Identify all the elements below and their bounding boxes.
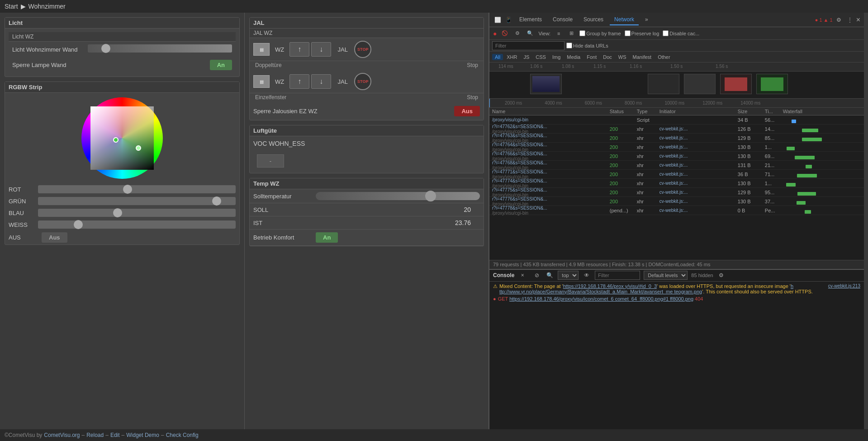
record-btn[interactable]: ●: [493, 30, 497, 37]
dt-row-0[interactable]: /proxy/visu/cgi-bin Script 34 B 56...: [489, 115, 864, 125]
hide-data-urls-checkbox[interactable]: [566, 43, 572, 48]
type-manifest[interactable]: Manifest: [630, 54, 655, 60]
col-time[interactable]: Ti...: [765, 109, 783, 114]
group-by-frame-label[interactable]: Group by frame: [579, 30, 621, 36]
col-initiator[interactable]: Initiator: [659, 109, 738, 114]
dt-row-1[interactable]: r?i=47762&s=SESSION&... /proxy/visu/cgi-…: [489, 125, 864, 134]
type-doc[interactable]: Doc: [600, 54, 615, 60]
inspect-icon[interactable]: ⬜: [493, 15, 502, 24]
dt-row-6[interactable]: r?i=47771&s=SESSION&... /proxy/visu/cgi-…: [489, 170, 864, 179]
console-settings-icon[interactable]: ⚙: [717, 271, 726, 280]
row-size-5: 131 B: [738, 163, 765, 168]
dt-row-9[interactable]: r?i=47776&s=SESSION&... /proxy/visu/cgi-…: [489, 197, 864, 206]
dt-row-5[interactable]: r?i=47768&s=SESSION&... /proxy/visu/cgi-…: [489, 161, 864, 170]
type-css[interactable]: CSS: [533, 54, 549, 60]
console-eye-icon[interactable]: 👁: [582, 271, 591, 280]
filter-icon-btn[interactable]: ⚙: [513, 29, 522, 38]
row-size-3: 130 B: [738, 144, 765, 150]
console-context-select[interactable]: top: [558, 271, 579, 280]
sperre-lampe-row: Sperre Lampe Wand An: [9, 57, 236, 73]
type-ws[interactable]: WS: [616, 54, 629, 60]
type-img[interactable]: Img: [550, 54, 563, 60]
rot-slider[interactable]: [38, 185, 236, 193]
type-js[interactable]: JS: [521, 54, 532, 60]
betrieb-toggle[interactable]: An: [316, 232, 338, 243]
jal-up-1[interactable]: ↑: [289, 42, 309, 57]
dt-row-8[interactable]: r?i=47775&s=SESSION&... /proxy/visu/cgi-…: [489, 188, 864, 197]
hide-data-urls-label[interactable]: Hide data URLs: [566, 43, 608, 48]
devtools-tab-console[interactable]: Console: [548, 14, 577, 25]
disable-cache-checkbox[interactable]: [663, 30, 669, 36]
betrieb-label: Betrieb Komfort: [253, 234, 312, 241]
jal-stop-2[interactable]: STOP: [354, 73, 371, 90]
dt-row-10[interactable]: r?i=47778&s=SESSION&... /proxy/visu/cgi-…: [489, 206, 864, 215]
sperre-lampe-toggle[interactable]: An: [210, 60, 232, 70]
jal-up-2[interactable]: ↑: [289, 74, 309, 89]
col-status[interactable]: Status: [610, 109, 637, 114]
device-icon[interactable]: 📱: [504, 15, 513, 24]
grun-slider[interactable]: [38, 197, 236, 205]
widget-demo-link[interactable]: Widget Demo: [126, 432, 159, 438]
col-type[interactable]: Type: [637, 109, 659, 114]
devtools-tab-network[interactable]: Network: [610, 14, 639, 25]
type-xhr[interactable]: XHR: [504, 54, 520, 60]
devtools-tab-more[interactable]: »: [640, 14, 653, 25]
dt-row-4[interactable]: r?i=47766&s=SESSION&... /proxy/visu/cgi-…: [489, 152, 864, 161]
soll-temp-slider[interactable]: [316, 192, 480, 200]
row-size-9: 130 B: [738, 199, 765, 204]
console-clear-icon[interactable]: ⊘: [532, 271, 541, 280]
view-list-icon[interactable]: ≡: [554, 29, 563, 38]
licht-wall-slider[interactable]: [88, 44, 232, 54]
dt-footer: 79 requests | 435 KB transferred | 4.9 M…: [489, 260, 864, 269]
settings-icon[interactable]: ⚙: [835, 15, 844, 24]
warning-link-1[interactable]: https://192.168.178.46/prox y/visu/#id_0…: [563, 283, 657, 289]
color-wheel-container[interactable]: [81, 97, 163, 179]
dt-row-3[interactable]: r?i=47764&s=SESSION&... /proxy/visu/cgi-…: [489, 143, 864, 152]
console-level-select[interactable]: Default levels: [644, 271, 688, 280]
devtools-dots[interactable]: ⋮: [845, 15, 854, 24]
bottom-site-link[interactable]: CometVisu.org: [44, 432, 80, 438]
search-icon-btn[interactable]: 🔍: [526, 29, 535, 38]
type-other[interactable]: Other: [655, 54, 673, 60]
reload-link[interactable]: Reload: [86, 432, 104, 438]
warning-source-1[interactable]: cv-webkit.js:213: [828, 283, 860, 294]
aus-button[interactable]: Aus: [42, 232, 67, 243]
console-tab[interactable]: Console: [493, 272, 514, 278]
devtools-tab-elements[interactable]: Elements: [515, 14, 546, 25]
edit-link[interactable]: Edit: [110, 432, 120, 438]
color-wheel[interactable]: [81, 97, 163, 179]
console-filter-input[interactable]: [595, 271, 640, 280]
jal-stop-1[interactable]: STOP: [354, 41, 371, 58]
weiss-slider[interactable]: [38, 220, 236, 229]
group-by-frame-checkbox[interactable]: [579, 30, 585, 36]
col-waterfall[interactable]: Waterfall: [783, 109, 861, 114]
type-font[interactable]: Font: [584, 54, 599, 60]
jal-down-2[interactable]: ↓: [311, 74, 331, 89]
color-picker-area[interactable]: [5, 93, 239, 183]
error-link-1[interactable]: https://192.168.178.46/proxy/visu/icon/c…: [509, 296, 693, 302]
dt-row-7[interactable]: r?i=47774&s=SESSION&... /proxy/visu/cgi-…: [489, 179, 864, 188]
dt-row-2[interactable]: r?i=47763&s=SESSION&... /proxy/visu/cgi-…: [489, 134, 864, 143]
sperre-jal-toggle[interactable]: Aus: [454, 106, 480, 116]
check-config-link[interactable]: Check Config: [166, 432, 199, 438]
clear-btn[interactable]: 🚫: [500, 29, 509, 38]
breadcrumb-start[interactable]: Start: [5, 3, 18, 10]
preserve-log-label[interactable]: Preserve log: [625, 30, 659, 36]
jal-down-1[interactable]: ↓: [311, 42, 331, 57]
console-inspect-icon[interactable]: 🔍: [545, 271, 554, 280]
row-initiator-2: cv-webkit.js:...: [659, 135, 738, 140]
type-media[interactable]: Media: [564, 54, 583, 60]
preserve-log-checkbox[interactable]: [625, 30, 631, 36]
col-size[interactable]: Size: [738, 109, 765, 114]
console-close-btn[interactable]: ×: [518, 271, 527, 280]
disable-cache-label[interactable]: Disable cac...: [663, 30, 699, 36]
devtools-tab-sources[interactable]: Sources: [579, 14, 608, 25]
filter-input[interactable]: [492, 41, 564, 50]
view-grid-icon[interactable]: ⊞: [567, 29, 576, 38]
devtools-close[interactable]: ×: [856, 16, 860, 24]
type-all[interactable]: All: [492, 54, 503, 60]
color-wheel-inner[interactable]: [90, 106, 154, 170]
blau-slider[interactable]: [38, 209, 236, 217]
licht-wall-range[interactable]: [88, 44, 232, 53]
col-name[interactable]: Name: [492, 109, 610, 114]
